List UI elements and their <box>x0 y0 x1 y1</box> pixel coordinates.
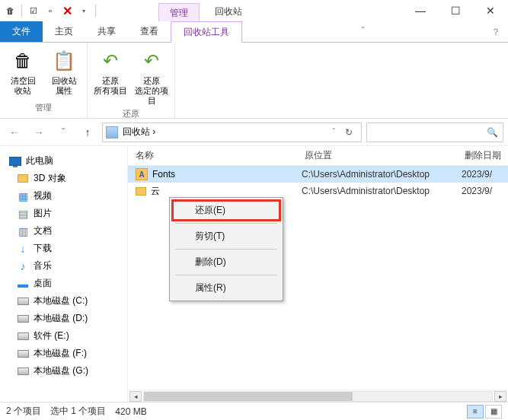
scroll-thumb[interactable] <box>144 392 353 401</box>
ribbon-group-manage: 🗑 清空回 收站 📋 回收站 属性 管理 <box>0 43 88 118</box>
tree-this-pc[interactable]: 此电脑 <box>3 152 124 170</box>
file-name: 云 <box>151 185 160 198</box>
delete-date: 2023/9/ <box>462 186 508 196</box>
tree-item[interactable]: ♪音乐 <box>3 257 124 275</box>
ctx-properties[interactable]: 属性(R) <box>172 278 280 298</box>
thumbnails-view-button[interactable]: ▦ <box>485 405 502 418</box>
ctx-cut[interactable]: 剪切(T) <box>172 226 280 247</box>
back-button[interactable]: ← <box>5 123 24 142</box>
horizontal-scrollbar[interactable]: ◂ ▸ <box>128 390 508 402</box>
tree-item[interactable]: ▤图片 <box>3 205 124 222</box>
drive-icon <box>18 298 29 305</box>
ribbon-collapse-icon[interactable]: ˇ <box>354 21 372 42</box>
group-label: 管理 <box>5 100 82 115</box>
file-row[interactable]: AFontsC:\Users\Administrator\Desktop2023… <box>128 166 508 183</box>
tree-item[interactable]: ▬桌面 <box>3 275 124 292</box>
up-button[interactable]: ↑ <box>78 123 97 142</box>
empty-recycle-bin-button[interactable]: 🗑 清空回 收站 <box>5 46 41 100</box>
maximize-button[interactable]: ☐ <box>438 0 473 21</box>
ribbon-group-restore: ↶ 还原 所有项目 ↶ 还原 选定的项目 还原 <box>88 43 175 118</box>
tree-item[interactable]: 3D 对象 <box>3 170 124 187</box>
label: 本地磁盘 (C:) <box>34 294 88 307</box>
quick-access-toolbar: 🗑 ☑ ▫ ✕ ▾ <box>0 0 97 21</box>
details-view-button[interactable]: ≡ <box>467 405 484 418</box>
label: 软件 (E:) <box>34 329 69 342</box>
system-folder-icon: ▬ <box>18 278 28 290</box>
qat-dropdown-icon[interactable]: ▾ <box>77 4 91 18</box>
close-button[interactable]: ✕ <box>473 0 508 21</box>
label: 图片 <box>34 207 52 220</box>
col-delete-date[interactable]: 删除日期 <box>462 149 508 162</box>
column-headers[interactable]: 名称 原位置 删除日期 <box>128 146 508 166</box>
title-context-tabs: 管理 回收站 <box>158 0 257 21</box>
tree-item[interactable]: ▥文档 <box>3 222 124 240</box>
restore-selected-icon: ↶ <box>139 49 164 73</box>
col-original-location[interactable]: 原位置 <box>302 149 462 162</box>
tab-file[interactable]: 文件 <box>0 21 43 42</box>
tree-item[interactable]: 本地磁盘 (G:) <box>3 362 124 380</box>
restore-selected-button[interactable]: ↶ 还原 选定的项目 <box>133 46 170 107</box>
tree-item[interactable]: ↓下载 <box>3 240 124 257</box>
drive-icon <box>18 315 29 323</box>
checkbox-icon[interactable]: ☑ <box>27 4 40 18</box>
restore-all-button[interactable]: ↶ 还原 所有项目 <box>92 46 129 107</box>
navigation-tree[interactable]: 此电脑 3D 对象▦视频▤图片▥文档↓下载♪音乐▬桌面本地磁盘 (C:)本地磁盘… <box>0 146 128 402</box>
label: 3D 对象 <box>34 172 66 185</box>
label: 回收站 属性 <box>52 76 77 96</box>
tab-share[interactable]: 共享 <box>85 21 128 42</box>
ribbon-tab-strip: 文件 主页 共享 查看 回收站工具 ˇ ？ <box>0 21 508 43</box>
tree-item[interactable]: 本地磁盘 (C:) <box>3 292 124 310</box>
tree-item[interactable]: 软件 (E:) <box>3 327 124 345</box>
window-controls: — ☐ ✕ <box>403 0 508 21</box>
address-bar[interactable]: 回收站 › ˇ ↻ <box>102 123 362 142</box>
separator <box>175 249 277 250</box>
address-dropdown-icon[interactable]: ˇ <box>333 128 335 136</box>
recycle-bin-properties-button[interactable]: 📋 回收站 属性 <box>46 46 82 100</box>
tree-item[interactable]: 本地磁盘 (F:) <box>3 345 124 362</box>
system-folder-icon: ♪ <box>21 260 26 272</box>
forward-button[interactable]: → <box>29 123 49 142</box>
drive-icon <box>18 332 29 340</box>
label: 还原 所有项目 <box>94 76 127 96</box>
search-box[interactable]: 🔍 <box>366 123 503 142</box>
label: 本地磁盘 (D:) <box>34 312 88 325</box>
close-red-icon[interactable]: ✕ <box>60 4 74 18</box>
recycle-bin-small-icon <box>106 126 118 138</box>
tab-recycle-bin-tools[interactable]: 回收站工具 <box>171 21 242 43</box>
manage-context-tab[interactable]: 管理 <box>158 3 200 21</box>
system-folder-icon: ▦ <box>18 190 28 202</box>
divider <box>21 5 22 17</box>
status-bar: 2 个项目 选中 1 个项目 420 MB ≡ ▦ <box>0 402 508 420</box>
tree-item[interactable]: 本地磁盘 (D:) <box>3 310 124 327</box>
original-location: C:\Users\Administrator\Desktop <box>302 186 462 196</box>
help-icon[interactable]: ？ <box>484 21 508 42</box>
scroll-right-icon[interactable]: ▸ <box>494 391 506 402</box>
address-text: 回收站 › <box>123 126 328 138</box>
label: 下载 <box>34 242 52 255</box>
label: 桌面 <box>34 277 52 290</box>
ctx-restore[interactable]: 还原(E) <box>172 200 280 221</box>
folder-icon <box>136 187 146 196</box>
group-label: 还原 <box>92 107 170 121</box>
refresh-button[interactable]: ↻ <box>340 127 358 138</box>
tab-home[interactable]: 主页 <box>43 21 85 42</box>
scroll-track[interactable] <box>143 391 493 402</box>
item-count: 2 个项目 <box>6 405 41 418</box>
separator <box>175 275 277 275</box>
nav-bar: ← → ˇ ↑ 回收站 › ˇ ↻ 🔍 <box>0 119 508 146</box>
ribbon: 🗑 清空回 收站 📋 回收站 属性 管理 ↶ 还原 所有项目 ↶ 还原 选定的项… <box>0 43 508 119</box>
label: 文档 <box>34 224 52 237</box>
minimize-button[interactable]: — <box>403 0 438 21</box>
blank-icon[interactable]: ▫ <box>43 4 57 18</box>
selection-count: 选中 1 个项目 <box>50 405 106 418</box>
tab-view[interactable]: 查看 <box>128 21 171 42</box>
properties-icon: 📋 <box>52 49 76 73</box>
scroll-left-icon[interactable]: ◂ <box>129 391 142 402</box>
label: 清空回 收站 <box>11 76 36 96</box>
original-location: C:\Users\Administrator\Desktop <box>302 169 462 180</box>
history-dropdown[interactable]: ˇ <box>53 123 73 142</box>
tree-item[interactable]: ▦视频 <box>3 187 124 205</box>
delete-date: 2023/9/ <box>462 169 508 180</box>
col-name[interactable]: 名称 <box>128 149 302 162</box>
ctx-delete[interactable]: 删除(D) <box>172 252 280 272</box>
